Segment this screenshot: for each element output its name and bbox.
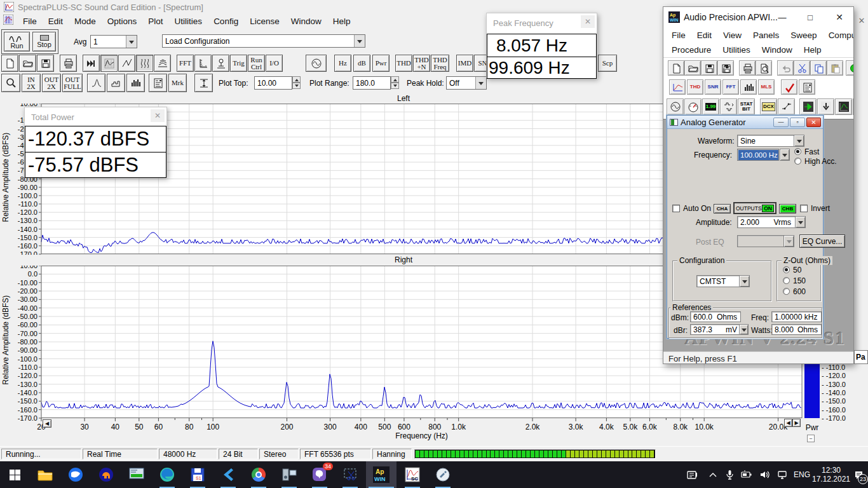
- calibration-button[interactable]: [212, 55, 229, 72]
- apwin-panel-tab-cut[interactable]: Pa: [854, 350, 868, 364]
- apwin-snr-panel-button[interactable]: SNR: [705, 79, 721, 95]
- tray-battery-icon[interactable]: [737, 461, 756, 488]
- new-file-button[interactable]: [1, 55, 18, 72]
- freq-ref-field[interactable]: 1.00000 kHz: [771, 311, 822, 322]
- zout-600-radio[interactable]: [783, 288, 790, 295]
- spectrum-view-button[interactable]: [100, 55, 118, 72]
- run-button[interactable]: Run: [4, 32, 30, 51]
- configuration-combobox[interactable]: CMTST: [696, 275, 750, 287]
- apwin-list-button[interactable]: [799, 79, 815, 95]
- tray-network-icon[interactable]: [773, 461, 792, 488]
- invert-checkbox[interactable]: [800, 205, 808, 212]
- apwin-menu-help[interactable]: Help: [798, 43, 827, 57]
- menu-help[interactable]: Help: [327, 15, 356, 28]
- waterfall-view-button[interactable]: [154, 55, 171, 72]
- plot-top-spinner[interactable]: [292, 76, 301, 89]
- apwin-menu-utilities[interactable]: Utilities: [717, 43, 756, 57]
- stop-button[interactable]: Stop: [32, 32, 56, 51]
- apwin-menu-panels[interactable]: Panels: [747, 29, 785, 42]
- apwin-analyzer-button[interactable]: [684, 98, 702, 115]
- tray-chevron-up-icon[interactable]: [704, 461, 722, 488]
- apwin-cut-button[interactable]: [794, 60, 810, 76]
- plot-range-input[interactable]: 180.0: [353, 76, 391, 90]
- tray-speaker-icon[interactable]: [755, 461, 774, 488]
- watts-field[interactable]: 8.000Ohms: [771, 324, 822, 335]
- apwin-go-button[interactable]: [846, 60, 854, 76]
- peak-hold-combobox[interactable]: Off: [446, 76, 487, 90]
- line-plot-button[interactable]: [87, 74, 105, 92]
- plot-options-button[interactable]: [149, 74, 167, 92]
- taskbar-devtool-icon[interactable]: [428, 461, 458, 488]
- thd-n-button[interactable]: THD +N: [413, 55, 430, 72]
- fast-average-button[interactable]: [83, 55, 100, 72]
- plot-top-input[interactable]: 10.00: [254, 76, 292, 90]
- apwin-close-button[interactable]: ✕: [826, 7, 853, 27]
- apwin-menu-procedure[interactable]: Procedure: [666, 43, 717, 57]
- menu-window[interactable]: Window: [285, 15, 327, 28]
- dbr-arrow-icon[interactable]: [739, 325, 748, 334]
- apwin-copy-button[interactable]: [810, 60, 827, 76]
- scaling-button[interactable]: [194, 55, 212, 72]
- apwin-dcx-button[interactable]: DCX: [760, 98, 777, 115]
- apwin-menu-sweep[interactable]: Sweep: [785, 29, 822, 42]
- dbm-field[interactable]: 600.0Ohms: [690, 311, 741, 322]
- apwin-save-all-button[interactable]: [717, 60, 734, 76]
- io-device-button[interactable]: I/O: [266, 55, 283, 72]
- peak-frequency-close-icon[interactable]: ✕: [581, 15, 595, 28]
- thd-freq-button[interactable]: THD Freq: [431, 55, 449, 72]
- zoom-out-2x-button[interactable]: OUT 2X: [42, 74, 61, 92]
- tray-notifications-icon[interactable]: 23: [849, 461, 868, 488]
- apwin-menu-compute[interactable]: Compute: [823, 29, 854, 42]
- taskbar-floppy-app-icon[interactable]: S1: [183, 461, 212, 488]
- eq-curve-button[interactable]: EQ Curve...: [799, 234, 845, 248]
- taskbar-chrome-icon[interactable]: [244, 461, 273, 488]
- taskbar-k-app-icon[interactable]: [214, 461, 243, 488]
- apwin-new-button[interactable]: [668, 60, 684, 76]
- outputs-on-button[interactable]: OUTPUTS ON: [733, 202, 776, 214]
- fast-radio[interactable]: [794, 148, 801, 155]
- apwin-open-button[interactable]: [684, 60, 701, 76]
- load-configuration-arrow-icon[interactable]: [354, 35, 365, 47]
- time-series-view-button[interactable]: [118, 55, 135, 72]
- power-bar-collapse-box[interactable]: −: [807, 435, 815, 442]
- channel-b-button[interactable]: CHB: [779, 204, 796, 214]
- total-power-close-icon[interactable]: ✕: [151, 109, 165, 122]
- generator-close-button[interactable]: ✕: [806, 118, 821, 127]
- taskbar-edge-icon[interactable]: [153, 461, 182, 488]
- apwin-sweep-stop-button[interactable]: [817, 98, 834, 115]
- zoom-out-full-button[interactable]: OUT FULL: [62, 74, 83, 92]
- apwin-digital-io-button[interactable]: [720, 98, 737, 115]
- taskbar-audio-app-icon[interactable]: [92, 461, 121, 488]
- taskbar-apwin-icon-active[interactable]: ApWIN: [366, 461, 397, 488]
- tray-language[interactable]: ENG: [790, 461, 813, 488]
- scroll-right-button-2[interactable]: ▶: [792, 419, 801, 427]
- generator-restore-button[interactable]: ▫: [790, 118, 805, 127]
- waveform-arrow-icon[interactable]: [794, 135, 804, 146]
- amplitude-arrow-icon[interactable]: [795, 217, 805, 227]
- apwin-menu-view[interactable]: View: [717, 29, 747, 42]
- apwin-switcher-button[interactable]: [778, 98, 795, 115]
- zout-150-radio[interactable]: [783, 277, 790, 284]
- start-button[interactable]: [0, 461, 29, 488]
- save-file-button[interactable]: [37, 55, 54, 72]
- menu-utilities[interactable]: Utilities: [169, 15, 208, 28]
- apwin-status-bits-button[interactable]: STAT BIT: [738, 98, 755, 115]
- tray-clock[interactable]: 12:30 17.12.2021: [813, 461, 849, 488]
- apwin-data-editor-button[interactable]: [853, 98, 854, 115]
- scroll-left-button[interactable]: ◀: [43, 419, 51, 428]
- taskbar-audio-device-icon[interactable]: [275, 461, 304, 488]
- scroll-right-button-1[interactable]: ◀: [784, 419, 792, 427]
- mdi-close-icon[interactable]: ✕: [857, 15, 867, 25]
- apwin-print-button[interactable]: [739, 60, 756, 76]
- apwin-menu-edit[interactable]: Edit: [691, 29, 717, 42]
- peak-frequency-window[interactable]: Peak Frequency ✕ 8.057 Hz 99.609 Hz: [486, 13, 597, 78]
- taskbar-explorer-icon[interactable]: [31, 461, 60, 488]
- apwin-regulation-button[interactable]: [835, 98, 852, 115]
- apwin-counter-button[interactable]: 1.99: [702, 98, 719, 115]
- apwin-thd-panel-button[interactable]: THD: [687, 79, 703, 95]
- taskbar-spectraplus-icon[interactable]: SC: [398, 461, 427, 488]
- channel-a-button[interactable]: CHA: [714, 204, 731, 214]
- vertical-range-button[interactable]: [194, 74, 213, 92]
- apwin-generator-button[interactable]: [667, 98, 684, 115]
- fft-settings-button[interactable]: FFT: [177, 55, 194, 72]
